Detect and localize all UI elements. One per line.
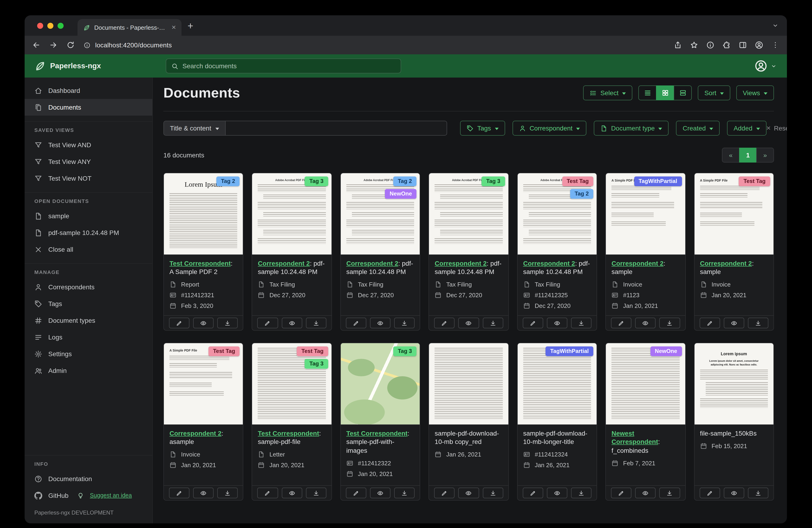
doc-correspondent-link[interactable]: Correspondent 2 <box>435 260 487 267</box>
view-button[interactable] <box>459 488 479 498</box>
tag-badge-tag-2[interactable]: Tag 2 <box>393 176 417 186</box>
sidebar-item-github[interactable]: GitHub Suggest an idea <box>25 487 152 504</box>
sidebar-item-pdf-sample-10-24-48-pm[interactable]: pdf-sample 10.24.48 PM <box>25 224 152 241</box>
sidebar-item-dashboard[interactable]: Dashboard <box>25 82 152 99</box>
doc-thumbnail[interactable]: A Simple PDF FileTagWithPartial <box>606 173 685 255</box>
doc-correspondent-link[interactable]: Correspondent 2 <box>346 260 398 267</box>
tag-badge-tag-3[interactable]: Tag 3 <box>305 176 328 186</box>
edit-button[interactable] <box>258 488 278 498</box>
tag-badge-test-tag[interactable]: Test Tag <box>739 176 770 186</box>
tag-badge-tag-2[interactable]: Tag 2 <box>216 176 240 186</box>
doc-thumbnail[interactable]: A Simple PDF FileTest Tag <box>694 173 773 255</box>
download-button[interactable] <box>394 488 415 498</box>
view-button[interactable] <box>547 318 567 328</box>
filter-field-button[interactable]: Title & content <box>163 121 226 135</box>
sidebar-item-close-all[interactable]: Close all <box>25 241 152 258</box>
site-info-icon[interactable] <box>84 42 90 48</box>
edit-button[interactable] <box>434 318 455 328</box>
doc-thumbnail[interactable]: Lorem IpsumTag 2 <box>164 173 243 255</box>
tag-badge-tagwithpartial[interactable]: TagWithPartial <box>634 176 682 186</box>
view-button[interactable] <box>370 488 390 498</box>
download-button[interactable] <box>748 318 768 328</box>
view-button[interactable] <box>547 488 567 498</box>
doc-correspondent-link[interactable]: Test Correspondent <box>170 260 231 267</box>
sidebar-item-documents[interactable]: Documents <box>25 99 152 116</box>
download-button[interactable] <box>571 488 592 498</box>
filter-created-button[interactable]: Created <box>676 121 720 135</box>
edit-button[interactable] <box>346 318 366 328</box>
edit-button[interactable] <box>169 318 189 328</box>
sidebar-item-documentation[interactable]: Documentation <box>25 470 152 487</box>
edit-button[interactable] <box>699 488 720 498</box>
prev-page-button[interactable]: « <box>722 148 740 162</box>
edit-button[interactable] <box>523 488 543 498</box>
view-button[interactable] <box>193 318 214 328</box>
extensions-icon[interactable] <box>722 41 731 49</box>
download-button[interactable] <box>659 488 680 498</box>
zoom-window-button[interactable] <box>58 23 63 29</box>
doc-thumbnail[interactable]: TagWithPartial <box>518 343 597 425</box>
view-button[interactable] <box>724 318 744 328</box>
download-button[interactable] <box>571 318 592 328</box>
brand[interactable]: Paperless-ngx <box>25 60 153 72</box>
edit-button[interactable] <box>434 488 455 498</box>
doc-thumbnail[interactable]: A Simple PDF FileTest Tag <box>164 343 243 425</box>
sidebar-item-tags[interactable]: Tags <box>25 295 152 312</box>
view-button[interactable] <box>193 488 214 498</box>
download-button[interactable] <box>394 318 415 328</box>
reset-filters-button[interactable]: × Reset filters <box>766 125 787 132</box>
download-button[interactable] <box>748 488 768 498</box>
download-button[interactable] <box>218 318 238 328</box>
account-menu[interactable] <box>754 59 787 72</box>
cards-view-button[interactable] <box>673 85 692 100</box>
download-button[interactable] <box>659 318 680 328</box>
search-input[interactable] <box>183 62 395 70</box>
doc-thumbnail[interactable]: Test TagTag 3 <box>252 343 332 425</box>
doc-correspondent-link[interactable]: Correspondent 2 <box>170 430 221 437</box>
doc-correspondent-link[interactable]: Test Correspondent <box>346 430 408 437</box>
doc-correspondent-link[interactable]: Newest Correspondent <box>611 430 658 445</box>
tab-search-chevron-icon[interactable] <box>772 22 779 29</box>
doc-thumbnail[interactable]: Adobe Acrobat PDF FilesTag 2NewOne <box>341 173 420 255</box>
profile-icon[interactable] <box>755 41 763 49</box>
view-button[interactable] <box>724 488 744 498</box>
filter-tags-button[interactable]: Tags <box>460 121 505 135</box>
tag-badge-test-tag[interactable]: Test Tag <box>208 346 240 356</box>
edit-button[interactable] <box>169 488 189 498</box>
doc-correspondent-link[interactable]: Correspondent 2 <box>611 260 664 267</box>
edit-button[interactable] <box>258 318 278 328</box>
address-bar[interactable]: localhost:4200/documents <box>95 41 172 49</box>
select-button[interactable]: Select <box>583 85 633 100</box>
filter-text-input[interactable] <box>226 121 447 135</box>
browser-menu-icon[interactable] <box>771 41 780 49</box>
download-button[interactable] <box>306 488 326 498</box>
sidebar-item-admin[interactable]: Admin <box>25 362 152 379</box>
doc-thumbnail[interactable]: Lorem ipsumLorem ipsum dolor sit amet, c… <box>694 343 773 425</box>
doc-thumbnail[interactable]: NewOne <box>606 343 685 425</box>
tag-badge-newone[interactable]: NewOne <box>385 189 417 199</box>
view-button[interactable] <box>281 318 302 328</box>
view-button[interactable] <box>459 318 479 328</box>
close-window-button[interactable] <box>37 23 43 29</box>
page-status-icon[interactable] <box>706 41 714 49</box>
tag-badge-tagwithpartial[interactable]: TagWithPartial <box>546 346 593 356</box>
sidebar-item-correspondents[interactable]: Correspondents <box>25 279 152 295</box>
current-page-button[interactable]: 1 <box>739 148 757 162</box>
download-button[interactable] <box>483 488 503 498</box>
sidebar-item-test-view-and[interactable]: Test View AND <box>25 137 152 153</box>
share-icon[interactable] <box>673 41 682 49</box>
doc-thumbnail[interactable]: Adobe Acrobat PDF FilesTest TagTag 2 <box>518 173 597 255</box>
doc-correspondent-link[interactable]: Correspondent 2 <box>258 260 310 267</box>
doc-thumbnail[interactable]: Adobe Acrobat PDF FilesTag 3 <box>252 173 332 255</box>
filter-added-button[interactable]: Added <box>727 121 766 135</box>
tag-badge-test-tag[interactable]: Test Tag <box>562 176 593 186</box>
edit-button[interactable] <box>611 488 632 498</box>
suggest-idea-link[interactable]: Suggest an idea <box>90 492 132 499</box>
sidebar-item-test-view-any[interactable]: Test View ANY <box>25 153 152 170</box>
filter-document-type-button[interactable]: Document type <box>594 121 669 135</box>
filter-correspondent-button[interactable]: Correspondent <box>512 121 586 135</box>
sidebar-item-logs[interactable]: Logs <box>25 329 152 345</box>
views-button[interactable]: Views <box>736 85 774 100</box>
doc-thumbnail[interactable]: Tag 3 <box>341 343 420 425</box>
doc-thumbnail[interactable] <box>429 343 508 425</box>
